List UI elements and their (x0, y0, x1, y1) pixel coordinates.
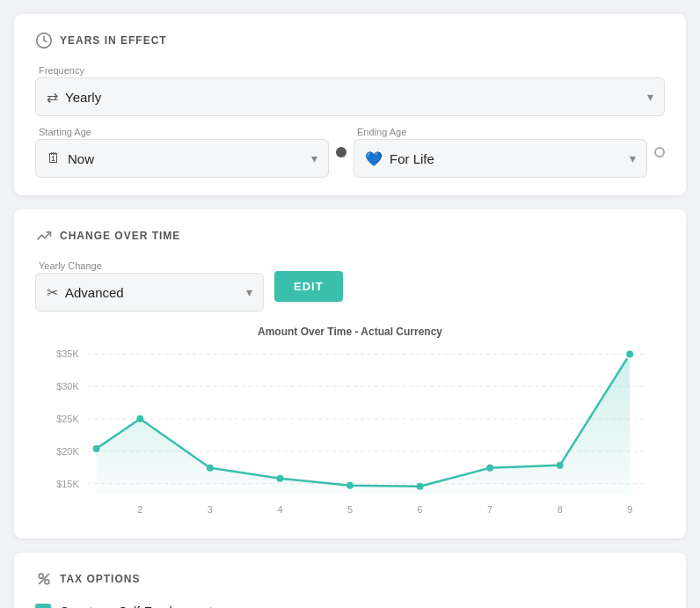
svg-text:4: 4 (277, 504, 282, 515)
yearly-change-label: Yearly Change (35, 260, 264, 271)
svg-point-20 (45, 580, 49, 584)
yearly-change-value: Advanced (65, 285, 239, 300)
frequency-row: Frequency ⇄ Yearly ▾ (35, 65, 665, 116)
dot-empty (654, 147, 665, 157)
frequency-chevron-icon: ▾ (647, 90, 653, 104)
chart-title: Amount Over Time - Actual Currency (35, 326, 665, 338)
starting-age-chevron-icon: ▾ (311, 151, 317, 165)
chart-point (557, 462, 564, 469)
svg-text:3: 3 (208, 504, 213, 515)
svg-point-19 (39, 574, 43, 578)
frequency-select-wrap: Frequency ⇄ Yearly ▾ (35, 65, 665, 116)
svg-text:2: 2 (137, 504, 142, 515)
tax-options-title: TAX OPTIONS (60, 573, 140, 585)
ending-age-select[interactable]: 💙 For Life ▾ (354, 139, 647, 178)
self-employment-row: Counts as Self-Employment (35, 604, 665, 608)
change-over-time-title: CHANGE OVER TIME (60, 230, 180, 242)
yearly-change-wrap: Yearly Change ✂ Advanced ▾ (35, 260, 264, 311)
chart-point (93, 445, 100, 452)
scissors-icon: ✂ (47, 284, 58, 301)
frequency-value: Yearly (65, 90, 640, 105)
starting-age-select[interactable]: 🗓 Now ▾ (35, 139, 329, 178)
frequency-select[interactable]: ⇄ Yearly ▾ (35, 77, 665, 116)
clock-icon (35, 32, 53, 49)
svg-text:$25K: $25K (56, 414, 79, 424)
starting-age-wrap: Starting Age 🗓 Now ▾ (35, 127, 329, 178)
chart-point (207, 465, 214, 472)
calendar-icon: 🗓 (47, 150, 61, 166)
svg-text:$30K: $30K (56, 381, 79, 392)
svg-text:6: 6 (418, 504, 423, 515)
years-in-effect-card: YEARS IN EFFECT Frequency ⇄ Yearly ▾ Sta… (14, 14, 686, 195)
frequency-icon: ⇄ (47, 89, 58, 106)
years-in-effect-title: YEARS IN EFFECT (60, 34, 167, 47)
svg-text:$20K: $20K (56, 446, 79, 457)
edit-button[interactable]: EDIT (274, 271, 343, 302)
svg-text:5: 5 (347, 504, 353, 515)
change-over-time-card: CHANGE OVER TIME Yearly Change ✂ Advance… (14, 209, 686, 538)
svg-line-21 (39, 574, 49, 584)
yearly-change-chevron-icon: ▾ (246, 285, 252, 299)
tax-options-card: TAX OPTIONS Counts as Self-Employment If… (14, 553, 686, 608)
chart-point (417, 483, 424, 490)
tax-options-header: TAX OPTIONS (35, 570, 665, 588)
ending-age-wrap: Ending Age 💙 For Life ▾ (354, 127, 647, 178)
tax-icon (35, 570, 53, 588)
ending-age-label: Ending Age (354, 127, 647, 137)
svg-text:$35K: $35K (56, 348, 79, 359)
svg-text:9: 9 (627, 504, 632, 515)
frequency-label: Frequency (35, 65, 665, 76)
chart-point (136, 415, 143, 422)
yearly-change-row: Yearly Change ✂ Advanced ▾ EDIT (35, 260, 665, 311)
chart-point-last (625, 350, 634, 359)
line-chart: $35K $30K $25K $20K $15K 2 3 4 5 6 7 8 9 (35, 345, 665, 521)
ending-age-value: For Life (390, 151, 623, 166)
age-row: Starting Age 🗓 Now ▾ Ending Age 💙 For Li… (35, 127, 665, 178)
change-over-time-header: CHANGE OVER TIME (35, 227, 665, 245)
self-employment-label: Counts as Self-Employment (60, 604, 213, 608)
self-employment-checkbox[interactable] (35, 604, 51, 608)
ending-age-chevron-icon: ▾ (630, 151, 636, 165)
chart-area-fill (97, 355, 631, 494)
chart-point (486, 465, 493, 472)
chart-point (346, 482, 354, 489)
yearly-change-select[interactable]: ✂ Advanced ▾ (35, 273, 264, 311)
chart-point (276, 475, 283, 482)
svg-text:8: 8 (558, 504, 563, 515)
svg-text:$15K: $15K (56, 479, 79, 489)
heart-icon: 💙 (365, 150, 383, 167)
years-in-effect-header: YEARS IN EFFECT (35, 32, 665, 49)
svg-text:7: 7 (487, 504, 492, 515)
trending-icon (35, 227, 53, 245)
chart-area: $35K $30K $25K $20K $15K 2 3 4 5 6 7 8 9 (35, 345, 665, 521)
starting-age-label: Starting Age (35, 127, 329, 137)
starting-age-value: Now (68, 151, 304, 166)
dot-filled (336, 147, 346, 157)
